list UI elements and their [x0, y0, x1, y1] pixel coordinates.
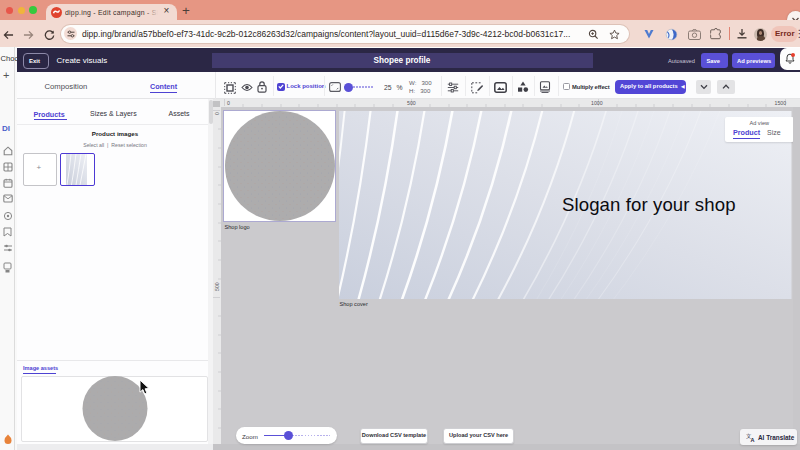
- svg-text:0: 0: [227, 100, 230, 106]
- svg-text:0: 0: [214, 112, 220, 115]
- svg-text:A: A: [751, 437, 755, 443]
- svg-text:500: 500: [407, 100, 416, 106]
- svg-text:1000: 1000: [591, 100, 603, 106]
- svg-text:500: 500: [214, 282, 220, 291]
- svg-text:1500: 1500: [775, 100, 787, 106]
